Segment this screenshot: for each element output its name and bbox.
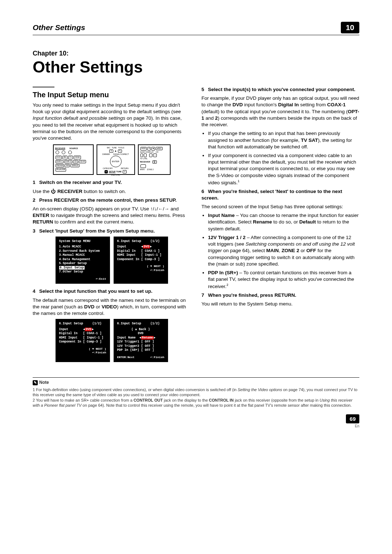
step-1-body: Use the ⏻ RECEIVER button to switch on. <box>33 188 191 195</box>
step-7-body: You will return to the System Setup menu… <box>201 301 359 307</box>
step-3: 3Select 'Input Setup' from the System Se… <box>33 228 191 234</box>
step-4-body: The default names correspond with the na… <box>33 297 191 317</box>
chapter-title: Other Settings <box>33 58 359 76</box>
step-2: 2Press RECEIVER on the remote control, t… <box>33 197 191 204</box>
step-5-body: For example, if your DVD player only has… <box>201 95 359 128</box>
step-2-body: An on-screen display (OSD) appears on yo… <box>33 206 191 226</box>
enter-wheel: ENTER <box>110 156 122 167</box>
osd-input-setup-a: 6.Input Setup (1/2) Input ◀DVD▶ Digital … <box>114 237 168 284</box>
intro-paragraph: You only need to make settings in the In… <box>33 102 191 141</box>
step-5: 5Select the input(s) to which you've con… <box>201 86 359 93</box>
section-accent-bar <box>33 86 54 88</box>
osd-input-setup-c: 6.Input Setup (1/2) ( ▲ Back ) DVD Input… <box>114 319 168 362</box>
osd-input-setup-b: 6.Input Setup (1/2) Input ◀DVD▶ Digital … <box>56 319 110 362</box>
power-icon <box>56 151 59 154</box>
bullet-12v-trigger: 12V Trigger 1 / 2 – After connecting a c… <box>208 234 359 267</box>
bullet-input-name: Input Name – You can choose to rename th… <box>208 212 359 232</box>
page-language: En <box>33 424 359 428</box>
remote-diagram: RECEIVER SOURCE DVDBDTVHDMI DVR 1DVR 2CD… <box>33 144 191 175</box>
left-column: The Input Setup menu You only need to ma… <box>33 86 191 366</box>
running-title: Other Settings <box>33 23 85 32</box>
section-title: The Input Setup menu <box>33 90 191 100</box>
bullet-component-cable: If your component is connected via a com… <box>208 152 359 186</box>
standby-icon <box>68 151 72 154</box>
bullet-reassign: If you change the setting to an input th… <box>208 130 359 150</box>
remote-panel-right: HDDII■●REC AUDIO DISPLAY CH –+ TV CTRL R… <box>138 144 171 175</box>
footnotes: ✎Note 1 For high-definition video (using… <box>33 377 359 408</box>
page-number-badge: 69 <box>346 414 359 423</box>
step-6: 6When you're finished, select 'Next' to … <box>201 188 359 201</box>
remote-panel-center: MIC TUNE TOOLS ✕ ▲ ✎ DIMMER SIGNAL S.DIR… <box>97 144 135 175</box>
bullet-pdp-in: PDP In (SR+) – To control certain functi… <box>208 270 359 290</box>
step-7: 7When you're finished, press RETURN. <box>201 292 359 299</box>
footnote-1: 1 For high-definition video (using compo… <box>33 387 359 398</box>
step-6-body: The second screen of the Input Setup has… <box>201 204 359 210</box>
step-4: 4Select the input function that you want… <box>33 288 191 295</box>
header-rule <box>33 35 359 35</box>
chapter-number-badge: 10 <box>341 22 359 33</box>
right-column: 5Select the input(s) to which you've con… <box>201 86 359 366</box>
note-icon: ✎ <box>33 380 38 385</box>
step-1: 1Switch on the receiver and your TV. <box>33 179 191 186</box>
chapter-label: Chapter 10: <box>33 50 359 57</box>
footnote-2: 2 You will have to make an SR+ cable con… <box>33 398 359 408</box>
osd-system-setup: System Setup MENU 1.Auto MCACC 2.Surroun… <box>56 237 110 284</box>
remote-panel-left: RECEIVER SOURCE DVDBDTVHDMI DVR 1DVR 2CD… <box>53 144 94 175</box>
